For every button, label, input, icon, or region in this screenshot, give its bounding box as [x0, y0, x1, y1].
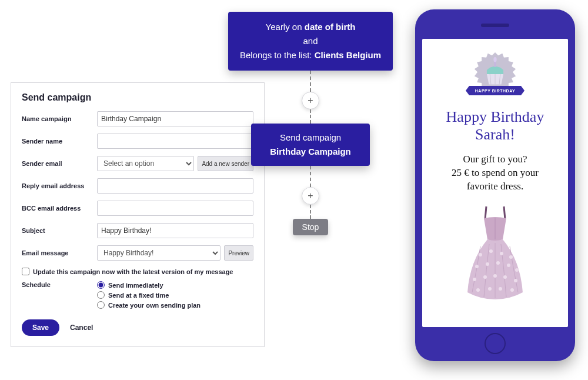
phone-preview: HAPPY BIRTHDAY Happy Birthday Sarah! Our… — [415, 9, 575, 361]
form-title: Send campaign — [22, 92, 253, 103]
email-preview-screen: HAPPY BIRTHDAY Happy Birthday Sarah! Our… — [422, 39, 568, 327]
trigger-prefix: Yearly on — [266, 22, 305, 32]
add-step-button[interactable]: + — [302, 187, 319, 205]
svg-point-12 — [507, 264, 510, 267]
row-name-campaign: Name campaign — [22, 111, 253, 126]
svg-point-19 — [476, 288, 480, 292]
save-button[interactable]: Save — [22, 319, 59, 336]
preview-button[interactable]: Preview — [224, 245, 253, 261]
row-sender-email: Sender email Select an option Add a new … — [22, 156, 253, 171]
update-checkbox-row: Update this campaign now with the latest… — [22, 268, 253, 275]
svg-point-17 — [503, 275, 507, 279]
stop-node[interactable]: Stop — [293, 219, 329, 235]
svg-point-11 — [496, 261, 500, 265]
svg-point-18 — [514, 279, 517, 282]
row-subject: Subject — [22, 223, 253, 238]
automation-flow: Yearly on date of birth and Belongs to t… — [223, 12, 397, 235]
svg-point-7 — [500, 252, 503, 255]
update-checkbox-label: Update this campaign now with the latest… — [33, 268, 233, 275]
greeting-line1: Happy Birthday — [446, 108, 544, 125]
svg-point-4 — [493, 57, 496, 62]
schedule-option-label: Create your own sending plan — [108, 302, 201, 309]
svg-point-21 — [499, 287, 502, 291]
connector-line — [310, 205, 311, 219]
svg-point-14 — [473, 278, 476, 281]
label-subject: Subject — [22, 227, 97, 234]
phone-speaker-icon — [481, 24, 509, 27]
svg-point-8 — [509, 255, 513, 259]
label-name-campaign: Name campaign — [22, 115, 97, 122]
svg-point-13 — [515, 268, 519, 272]
offer-line2: 25 € to spend on your — [452, 167, 539, 178]
form-actions: Save Cancel — [22, 319, 253, 336]
trigger-list-prefix: Belongs to the list: — [240, 50, 315, 60]
birthday-badge-icon: HAPPY BIRTHDAY — [469, 48, 521, 100]
trigger-node[interactable]: Yearly on date of birth and Belongs to t… — [228, 12, 393, 71]
svg-point-20 — [488, 287, 492, 291]
label-message: Email message — [22, 249, 97, 256]
trigger-list-name: Clients Belgium — [315, 50, 381, 60]
label-bcc-email: BCC email address — [22, 205, 97, 212]
schedule-option-2[interactable]: Create your own sending plan — [97, 301, 201, 309]
trigger-and: and — [303, 36, 318, 46]
action-line1: Send campaign — [280, 132, 341, 142]
radio-fixed-time[interactable] — [97, 291, 105, 299]
svg-point-9 — [475, 265, 479, 268]
row-sender-name: Sender name — [22, 134, 253, 149]
select-message[interactable]: Happy Birthday! — [97, 245, 220, 261]
row-reply-email: Reply email address — [22, 178, 253, 194]
connector-line — [310, 109, 311, 124]
radio-send-immediately[interactable] — [97, 281, 105, 289]
cancel-button[interactable]: Cancel — [70, 324, 93, 332]
trigger-bold-date: date of birth — [305, 22, 356, 32]
greeting-text: Happy Birthday Sarah! — [446, 108, 544, 144]
svg-point-5 — [479, 253, 482, 256]
radio-own-plan[interactable] — [97, 301, 105, 309]
label-sender-name: Sender name — [22, 138, 97, 145]
dress-icon — [457, 204, 533, 304]
svg-point-6 — [489, 249, 493, 253]
schedule-block: Schedule Send immediately Send at a fixe… — [22, 281, 253, 311]
offer-text: Our gift to you? 25 € to spend on your f… — [452, 153, 539, 194]
svg-point-22 — [510, 288, 514, 292]
schedule-option-label: Send immediately — [108, 282, 163, 289]
label-reply-email: Reply email address — [22, 182, 97, 189]
schedule-option-1[interactable]: Send at a fixed time — [97, 291, 201, 299]
select-sender-email[interactable]: Select an option — [97, 156, 194, 171]
update-checkbox[interactable] — [22, 268, 29, 275]
svg-point-15 — [483, 275, 487, 279]
schedule-option-label: Send at a fixed time — [108, 292, 169, 299]
svg-point-10 — [486, 262, 489, 266]
offer-line3: favorite dress. — [467, 181, 523, 192]
greeting-line2: Sarah! — [475, 126, 515, 143]
schedule-option-0[interactable]: Send immediately — [97, 281, 201, 289]
action-node[interactable]: Send campaign Birthday Campaign — [251, 124, 370, 166]
row-email-message: Email message Happy Birthday! Preview — [22, 245, 253, 261]
offer-line1: Our gift to you? — [463, 154, 527, 165]
label-sender-email: Sender email — [22, 160, 97, 167]
svg-point-16 — [493, 274, 497, 278]
action-line2: Birthday Campaign — [270, 146, 351, 156]
connector-line — [310, 166, 311, 187]
add-step-button[interactable]: + — [302, 92, 319, 109]
ribbon-label: HAPPY BIRTHDAY — [466, 86, 524, 95]
connector-line — [310, 71, 311, 92]
phone-home-button-icon — [485, 333, 506, 354]
label-schedule: Schedule — [22, 281, 97, 311]
row-bcc-email: BCC email address — [22, 201, 253, 216]
